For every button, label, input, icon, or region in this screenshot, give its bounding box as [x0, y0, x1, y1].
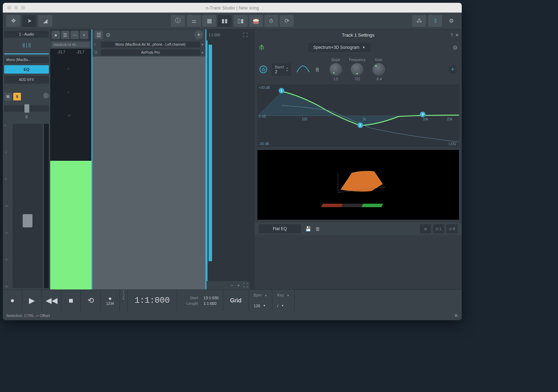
zoom-in-button[interactable]: +	[236, 282, 241, 288]
frequency-knob[interactable]	[351, 63, 363, 76]
waveform-icon: ⫴⫶⫴	[4, 40, 49, 51]
start-value[interactable]: 13:1:030	[204, 296, 219, 300]
zoom-out-button[interactable]: −	[229, 282, 234, 288]
add-track-button[interactable]: +	[194, 30, 203, 39]
effects-button[interactable]: ⁂	[412, 15, 426, 27]
save-icon[interactable]: 💾	[305, 226, 311, 232]
key-up[interactable]: ▲	[287, 294, 289, 297]
track-panel: 1 - Audio ⫴⫶⫴ Mono (MacBo... EQ ADD EFX …	[3, 29, 50, 289]
add-efx-button[interactable]: ADD EFX	[4, 76, 49, 84]
volume-fader[interactable]	[13, 124, 43, 288]
delete-band-button[interactable]: 🗑	[315, 67, 320, 72]
list-button[interactable]: ☰	[61, 31, 69, 39]
trash-icon[interactable]: 🗑	[315, 226, 320, 232]
help-icon[interactable]: ?	[451, 32, 453, 38]
info-button[interactable]: ⓘ	[171, 15, 185, 27]
record-button[interactable]: ●	[3, 290, 22, 311]
fullscreen-button[interactable]: ⛶	[243, 282, 248, 288]
window-close[interactable]	[7, 6, 11, 10]
filter-button[interactable]: ☰	[95, 31, 103, 39]
bpm-label: Bpm	[254, 293, 262, 297]
bpm-up[interactable]: ▲	[264, 294, 267, 297]
gain-knob[interactable]	[372, 63, 385, 76]
gear-icon[interactable]: ⚙	[453, 44, 458, 51]
loop-button[interactable]: ⟲	[81, 290, 100, 311]
settings-title: Track 1 Settings	[342, 32, 374, 38]
drum-button[interactable]: 🥁	[249, 15, 263, 27]
record-toggle[interactable]: ●	[52, 31, 60, 39]
move-icon: ✥	[11, 17, 16, 24]
mixer-button[interactable]: ⚌	[187, 15, 201, 27]
mute-button[interactable]: M	[4, 93, 12, 100]
bpm-down[interactable]: ▼	[263, 304, 266, 307]
bypass-button[interactable]: ⊘	[420, 224, 431, 233]
close-icon[interactable]: ✕	[455, 32, 459, 38]
filter-type[interactable]	[296, 65, 310, 74]
track-view-button[interactable]: ▮▮	[218, 15, 232, 27]
stop-button[interactable]: ■	[61, 290, 81, 311]
pan-handle[interactable]	[24, 104, 29, 113]
level-meter	[44, 124, 49, 288]
phase-right-button[interactable]: ∅ R	[446, 224, 458, 233]
key-value[interactable]: /	[277, 304, 278, 308]
length-value[interactable]: 1:1:000	[204, 301, 217, 306]
window-minimize[interactable]	[14, 6, 18, 10]
arrange-settings[interactable]: ⚙	[106, 32, 111, 38]
band-selector[interactable]: Band 2 ▲ ▼	[272, 63, 291, 76]
log-scale-label: LOG	[449, 142, 456, 146]
slope-knob[interactable]	[330, 63, 342, 76]
piano-roll-button[interactable]: ▯▮	[234, 15, 248, 27]
chevron-down-icon[interactable]: ▾	[202, 51, 203, 54]
fader-handle[interactable]	[23, 214, 32, 227]
band-down[interactable]: ▼	[286, 69, 288, 72]
flat-eq-button[interactable]: Flat EQ	[259, 224, 301, 233]
eq-point-2[interactable]: 2	[357, 122, 363, 128]
play-button[interactable]: ▶	[22, 290, 42, 311]
mixer-input-label[interactable]: MacBook Air Mi...	[52, 42, 90, 47]
chevron-down-icon[interactable]: ▾	[202, 43, 203, 46]
eq-point-3[interactable]: 3	[420, 112, 425, 117]
phase-left-button[interactable]: ∅ L	[433, 224, 444, 233]
add-band-button[interactable]: +	[448, 65, 457, 74]
count-in-button[interactable]: ●1234	[100, 290, 120, 311]
time-display[interactable]: 1:1:000	[128, 290, 177, 311]
pan-slider[interactable]	[4, 105, 49, 112]
rewind-button[interactable]: ◀◀	[42, 290, 61, 311]
status-close-button[interactable]: ✕	[454, 313, 458, 318]
settings-button[interactable]: ⚙	[444, 15, 458, 27]
output-selector[interactable]: AirPods Pro	[101, 50, 200, 55]
key-down[interactable]: ▼	[281, 304, 284, 307]
eq-point-1[interactable]: 1	[279, 88, 284, 93]
info-icon: ⓘ	[175, 17, 181, 24]
view-mode-selector[interactable]: Spectrum+3D Sonogram ▼	[308, 43, 370, 52]
start-label: Start	[181, 296, 198, 300]
sonogram-3d[interactable]	[257, 150, 459, 220]
track-title[interactable]: 1 - Audio	[4, 31, 49, 38]
eq-power-button[interactable]: ⏻	[259, 66, 267, 73]
add-button[interactable]: +	[80, 31, 88, 39]
tuner-button[interactable]: ⫛	[264, 15, 278, 27]
expand-icon[interactable]: ⛶	[243, 32, 248, 38]
eq-graph[interactable]: +30 dB 0 dB -30 dB 100 1k 10k 20k 1 2 3 …	[257, 84, 459, 147]
gear-icon: ⚙	[449, 17, 454, 24]
solo-button[interactable]: S	[13, 93, 21, 100]
eq-button[interactable]: EQ	[4, 65, 49, 74]
timeline-body[interactable]	[206, 40, 250, 281]
track-input-selector[interactable]: Mono (MacBo...	[4, 56, 49, 63]
scrollbar-vertical[interactable]	[250, 29, 255, 289]
bpm-value[interactable]: 120	[254, 304, 260, 308]
band-up[interactable]: ▲	[286, 67, 288, 69]
chevron-down-icon: ▼	[362, 46, 365, 49]
input-selector[interactable]: Mono (MacBook Air M...phone - Left chann…	[101, 42, 200, 47]
grid-button[interactable]: Grid	[223, 290, 249, 311]
more-button[interactable]: ⋯	[70, 31, 79, 39]
record-arm-button[interactable]	[43, 93, 49, 98]
pointer-tool[interactable]: ➤	[22, 15, 36, 27]
arrange-body[interactable]	[92, 56, 205, 289]
window-maximize[interactable]	[21, 6, 25, 10]
move-tool[interactable]: ✥	[6, 15, 20, 27]
grid-view-button[interactable]: ▦	[202, 15, 216, 27]
fade-tool[interactable]: ◢	[38, 15, 52, 27]
share-button[interactable]: ⇧	[428, 15, 442, 27]
refresh-button[interactable]: ⟳	[280, 15, 294, 27]
